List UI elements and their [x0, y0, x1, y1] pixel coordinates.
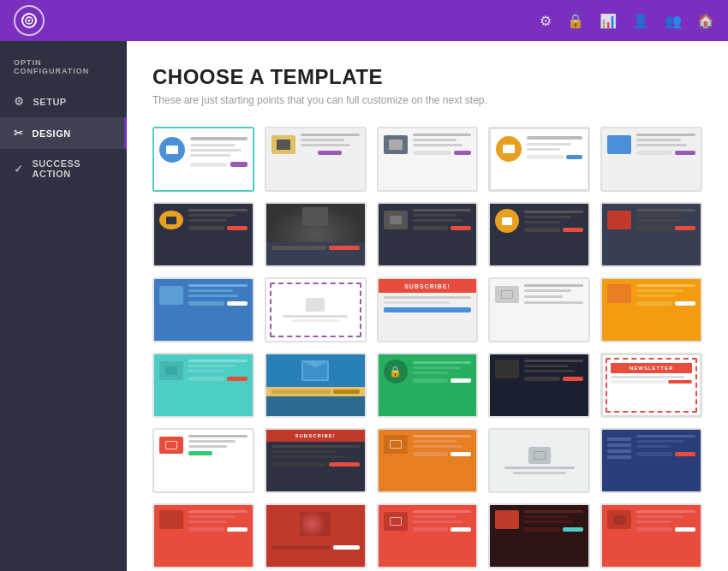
template-card[interactable]: [152, 202, 254, 267]
content-area: CHOOSE A TEMPLATE These are just startin…: [127, 41, 728, 571]
header: ⚙ 🔒 📊 👤 👥 🏠: [0, 0, 728, 41]
template-card[interactable]: [152, 503, 254, 568]
template-card[interactable]: SUBSCRIBE!: [265, 428, 367, 493]
template-card[interactable]: [265, 127, 367, 192]
template-card[interactable]: [600, 503, 702, 568]
template-card[interactable]: [152, 127, 254, 192]
template-card[interactable]: [488, 202, 590, 267]
chart-icon[interactable]: 📊: [600, 13, 617, 29]
template-card[interactable]: [488, 503, 590, 568]
home-icon[interactable]: 🏠: [697, 13, 714, 29]
settings-icon[interactable]: ⚙: [540, 13, 552, 29]
svg-point-2: [28, 20, 31, 22]
template-card[interactable]: [488, 127, 590, 192]
design-icon: ✂: [14, 127, 24, 140]
template-card[interactable]: NEWSLETTER: [600, 353, 702, 418]
template-card[interactable]: [600, 428, 702, 493]
lock-icon[interactable]: 🔒: [567, 13, 584, 29]
template-card[interactable]: [152, 428, 254, 493]
template-card[interactable]: [377, 127, 479, 192]
sidebar-item-label: SUCCESS ACTION: [33, 158, 114, 179]
template-card[interactable]: [488, 277, 590, 342]
template-card[interactable]: [600, 277, 702, 342]
template-grid: SUBSCRIBE!: [152, 127, 702, 568]
template-card[interactable]: [488, 353, 590, 418]
template-card[interactable]: [600, 127, 702, 192]
template-card[interactable]: [377, 503, 479, 568]
template-card[interactable]: [488, 428, 590, 493]
template-card[interactable]: [152, 277, 254, 342]
sidebar-item-setup[interactable]: ⚙ SETUP: [0, 86, 127, 117]
page-title: CHOOSE A TEMPLATE: [152, 65, 702, 89]
sidebar-item-label: DESIGN: [33, 128, 71, 139]
template-card[interactable]: [377, 202, 479, 267]
template-card[interactable]: [265, 503, 367, 568]
template-card[interactable]: [152, 353, 254, 418]
users-icon[interactable]: 👥: [665, 13, 682, 29]
sidebar-item-label: SETUP: [33, 97, 67, 107]
template-card[interactable]: [265, 202, 367, 267]
check-icon: ✓: [14, 163, 24, 175]
main-layout: OPTIN CONFIGURATION ⚙ SETUP ✂ DESIGN ✓ S…: [0, 41, 728, 571]
header-icons: ⚙ 🔒 📊 👤 👥 🏠: [540, 13, 714, 29]
template-card[interactable]: SUBSCRIBE!: [377, 277, 479, 342]
template-card[interactable]: 🔒: [377, 353, 479, 418]
sidebar-item-design[interactable]: ✂ DESIGN: [0, 117, 127, 149]
sidebar-item-success-action[interactable]: ✓ SUCCESS ACTION: [0, 149, 127, 188]
template-card[interactable]: [377, 428, 479, 493]
sidebar-section-title: OPTIN CONFIGURATION: [0, 51, 127, 86]
template-card[interactable]: [600, 202, 702, 267]
template-card[interactable]: [265, 353, 367, 418]
template-card[interactable]: [265, 277, 367, 342]
setup-icon: ⚙: [14, 95, 25, 108]
user-icon[interactable]: 👤: [632, 13, 649, 29]
page-subtitle: These are just starting points that you …: [152, 94, 702, 106]
sidebar: OPTIN CONFIGURATION ⚙ SETUP ✂ DESIGN ✓ S…: [0, 41, 127, 571]
logo[interactable]: [14, 5, 45, 36]
